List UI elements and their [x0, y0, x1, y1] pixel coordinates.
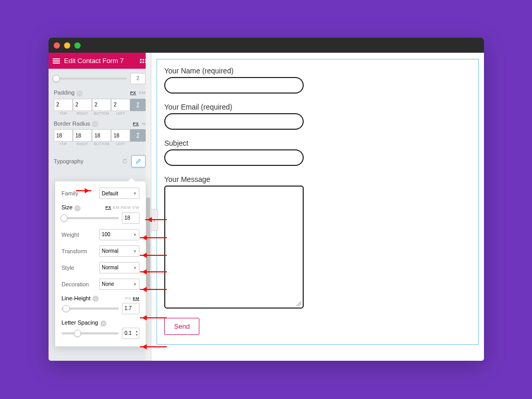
typography-edit-button[interactable]: [131, 155, 146, 167]
decoration-select[interactable]: None: [99, 279, 139, 290]
email-input[interactable]: [164, 113, 304, 130]
letterspacing-label: Letter Spacing: [61, 319, 98, 326]
minus-icon[interactable]: [74, 205, 81, 211]
radius-left[interactable]: [111, 129, 130, 142]
radius-bottom[interactable]: [92, 129, 111, 142]
transform-label: Transform: [61, 248, 87, 254]
message-label: Your Message: [164, 175, 471, 183]
radius-inputs: [54, 129, 146, 142]
unit-rem[interactable]: REM: [121, 205, 131, 210]
unit-em[interactable]: EM: [113, 205, 119, 210]
size-slider[interactable]: [61, 217, 119, 219]
titlebar: [49, 38, 484, 53]
minus-icon[interactable]: [92, 296, 99, 302]
minus-icon[interactable]: [100, 320, 106, 327]
close-icon[interactable]: [54, 42, 60, 49]
size-label: Size: [61, 204, 72, 210]
padding-top[interactable]: [54, 99, 73, 111]
form-container: Your Name (required) Your Email (require…: [157, 59, 479, 345]
collapse-icon[interactable]: ‹: [151, 209, 158, 231]
unit-vw[interactable]: VW: [132, 205, 139, 210]
lineheight-slider[interactable]: [61, 308, 119, 310]
maximize-icon[interactable]: [74, 42, 81, 49]
lineheight-label: Line-Height: [61, 295, 90, 301]
subject-label: Subject: [164, 139, 471, 147]
unit-px[interactable]: PX: [105, 205, 112, 210]
name-label: Your Name (required): [164, 67, 471, 75]
letterspacing-value[interactable]: 0.1▴▾: [122, 328, 139, 339]
radius-right[interactable]: [73, 129, 92, 142]
transform-select[interactable]: Normal: [99, 245, 139, 257]
unit-px[interactable]: PX: [126, 296, 132, 301]
panel-title: Edit Contact Form 7: [64, 57, 124, 65]
unit-em[interactable]: EM: [139, 90, 146, 95]
minus-icon[interactable]: [76, 90, 83, 97]
unit-pct[interactable]: %: [142, 121, 146, 126]
letterspacing-slider[interactable]: [61, 332, 119, 334]
size-value[interactable]: 18: [122, 212, 139, 224]
radius-top[interactable]: [54, 129, 73, 142]
padding-left[interactable]: [111, 99, 130, 111]
padding-bottom[interactable]: [92, 99, 111, 111]
scrollbar-thumb[interactable]: [146, 197, 150, 290]
typography-label: Typography: [54, 158, 83, 164]
unit-px[interactable]: PX: [130, 90, 136, 95]
padding-label: Padding: [54, 89, 74, 96]
typography-popover: Family Default Size PX EM REM VW 18 Weig…: [55, 181, 146, 347]
message-textarea[interactable]: [164, 186, 304, 309]
email-label: Your Email (required): [164, 103, 471, 111]
lineheight-value[interactable]: 1.7: [122, 303, 139, 314]
padding-right[interactable]: [73, 99, 92, 111]
style-select[interactable]: Normal: [99, 262, 139, 273]
radius-label: Border Radius: [54, 120, 90, 127]
weight-label: Weight: [61, 232, 79, 238]
link-icon[interactable]: [130, 129, 146, 142]
send-button[interactable]: Send: [164, 318, 199, 335]
reset-icon[interactable]: [122, 158, 128, 164]
weight-select[interactable]: 100: [99, 229, 139, 240]
name-input[interactable]: [164, 77, 304, 94]
gap-slider[interactable]: [54, 78, 127, 80]
minimize-icon[interactable]: [64, 42, 70, 49]
style-label: Style: [61, 265, 74, 271]
sidebar-header: Edit Contact Form 7: [49, 53, 151, 69]
gap-value[interactable]: 2: [130, 73, 146, 84]
menu-icon[interactable]: [53, 58, 60, 64]
unit-em[interactable]: EM: [133, 296, 139, 301]
unit-px[interactable]: PX: [133, 121, 139, 126]
minus-icon[interactable]: [92, 121, 98, 127]
decoration-label: Decoration: [61, 281, 89, 287]
padding-inputs: [54, 99, 146, 111]
subject-input[interactable]: [164, 149, 304, 166]
preview-canvas: Your Name (required) Your Email (require…: [151, 53, 484, 361]
family-select[interactable]: Default: [99, 188, 139, 199]
link-icon[interactable]: [130, 99, 146, 111]
